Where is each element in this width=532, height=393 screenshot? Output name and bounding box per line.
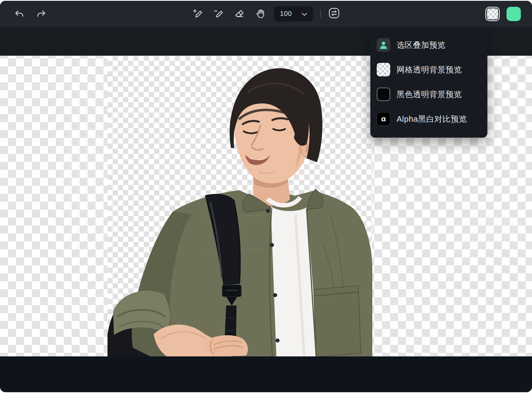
menu-item-alpha-contrast[interactable]: α Alpha黑白对比预览 — [370, 107, 487, 131]
hand-tool-button[interactable] — [254, 8, 267, 20]
menu-item-label: Alpha黑白对比预览 — [397, 114, 467, 125]
hand-icon — [255, 8, 266, 19]
chevron-down-icon — [302, 10, 307, 18]
swap-preview-button[interactable] — [327, 6, 342, 21]
brush-subtract-button[interactable] — [213, 8, 225, 20]
menu-item-label: 选区叠加预览 — [397, 40, 446, 51]
toolbar-tools-group: 100 — [192, 1, 342, 27]
subject-image-layer[interactable] — [108, 56, 372, 357]
menu-item-grid-transparent[interactable]: 网格透明背景预览 — [370, 57, 487, 82]
redo-button[interactable] — [35, 8, 48, 20]
canvas-bottom-band — [0, 356, 532, 392]
person-overlay-icon — [377, 38, 390, 52]
background-swatch-group — [485, 1, 521, 27]
alpha-contrast-icon: α — [377, 112, 390, 126]
eraser-button[interactable] — [233, 8, 246, 20]
preview-mode-menu: 选区叠加预览 网格透明背景预览 黑色透明背景预览 α Alpha黑白对比预览 — [370, 27, 487, 138]
grid-transparent-icon — [377, 63, 390, 76]
zoom-level-dropdown[interactable]: 100 — [274, 6, 313, 21]
swap-arrows-icon — [327, 6, 341, 21]
toolbar-history-group — [13, 1, 48, 27]
eraser-icon — [234, 8, 245, 19]
app-window: 100 — [0, 1, 532, 392]
menu-item-label: 网格透明背景预览 — [397, 64, 462, 75]
menu-item-black-transparent[interactable]: 黑色透明背景预览 — [370, 82, 487, 107]
undo-icon — [14, 8, 25, 19]
menu-item-label: 黑色透明背景预览 — [397, 89, 462, 100]
black-transparent-icon — [377, 88, 390, 101]
zoom-level-value: 100 — [280, 10, 292, 18]
top-toolbar: 100 — [0, 1, 532, 27]
redo-icon — [36, 8, 47, 19]
pencil-plus-icon — [193, 8, 204, 19]
transparent-background-swatch[interactable] — [485, 7, 500, 21]
pencil-minus-icon — [213, 8, 225, 19]
brush-add-button[interactable] — [192, 8, 205, 20]
toolbar-divider — [320, 10, 321, 18]
undo-button[interactable] — [13, 8, 25, 20]
menu-item-selection-overlay[interactable]: 选区叠加预览 — [370, 33, 487, 57]
solid-color-background-swatch[interactable] — [507, 7, 521, 21]
cutout-person-illustration — [108, 56, 372, 357]
